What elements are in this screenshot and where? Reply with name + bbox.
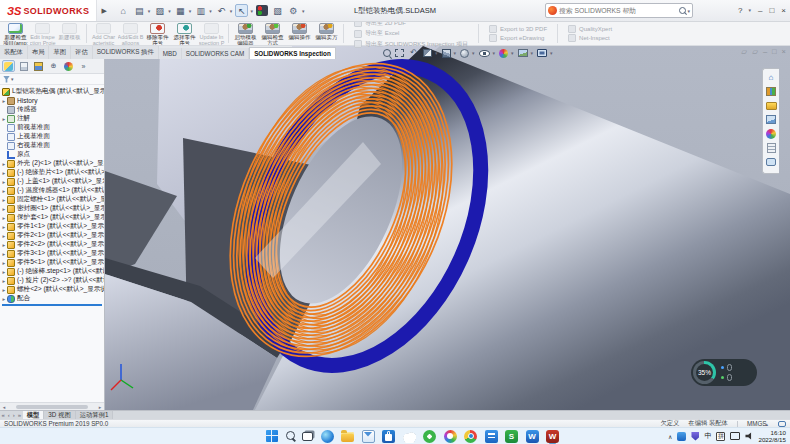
ribbon-button[interactable]: Add/Edit Balloons [117, 22, 144, 45]
propertymanager-icon[interactable] [17, 60, 30, 72]
zoom-area-icon[interactable] [395, 49, 404, 57]
tree-item[interactable]: ▸ 外壳 (2)<1> (默认<<默认>_显示状 [0, 159, 104, 168]
tab-3d-views[interactable]: 3D 视图 [44, 411, 75, 419]
previous-view-icon[interactable]: ↶ [408, 48, 419, 58]
tree-item[interactable]: ▸ (-) 上盖<1> (默认<<默认>_显示状 [0, 177, 104, 186]
filter-funnel-icon[interactable] [3, 76, 10, 83]
tray-blue-app-icon[interactable] [677, 432, 686, 441]
home-icon[interactable]: ⌂ [117, 4, 130, 17]
tree-item[interactable]: ▸ 注解 [0, 114, 104, 123]
tree-item[interactable]: ▸ 配合 [0, 294, 104, 303]
design-library-icon[interactable] [765, 86, 777, 97]
caret-icon[interactable]: ▾ [454, 50, 457, 56]
caret-icon[interactable]: ▾ [511, 50, 514, 56]
help-button[interactable]: ? [738, 6, 742, 15]
panel-overflow-icon[interactable]: » [77, 60, 90, 72]
ribbon-button[interactable]: 选择零件序号 [171, 22, 198, 45]
tree-root-item[interactable]: L型铠装热电偶 (默认<默认_显示状态-1 [0, 87, 104, 96]
save-icon[interactable]: ▦ [174, 4, 187, 17]
caret-icon[interactable]: ▾ [435, 50, 438, 56]
caret-icon[interactable]: ▾ [472, 50, 475, 56]
tree-item[interactable]: ▸ (-) 绝缘棒.step<1> (默认<<默认> [0, 267, 104, 276]
open-document-icon[interactable]: ▨ [153, 4, 166, 17]
export-item[interactable]: 导出至 Excel [354, 29, 468, 38]
display-style-icon[interactable] [460, 49, 469, 58]
tree-horizontal-scrollbar[interactable]: ◂ ▸ [0, 402, 104, 410]
configurationmanager-icon[interactable] [32, 60, 45, 72]
ribbon-button[interactable]: Update Inspection Project [198, 22, 225, 45]
ribbon-button[interactable]: 新建模板 [56, 22, 83, 45]
chrome-icon[interactable] [464, 430, 477, 443]
login-user-icon[interactable] [723, 5, 731, 15]
tab-model[interactable]: 模型 [23, 411, 45, 419]
tab-solidworks-cam[interactable]: SOLIDWORKS CAM [182, 48, 249, 59]
tree-item[interactable]: ▸ (-) 旋片 (2)<2> ->? (默认<<默认 [0, 276, 104, 285]
tree-item[interactable]: ▸ (-) 温度传感器<1> (默认<<默认>_ [0, 186, 104, 195]
tree-item[interactable]: 前视基准面 [0, 123, 104, 132]
tray-expand-icon[interactable]: ∧ [668, 433, 672, 440]
ribbon-button[interactable]: 编辑操作 [286, 22, 313, 45]
view-orientation-icon[interactable] [442, 49, 451, 58]
ime-mode-indicator[interactable]: 拼 [716, 432, 725, 441]
tree-item[interactable]: ▸ 零件2<2> (默认<<默认>_显示状态 [0, 240, 104, 249]
scrollbar-thumb[interactable] [16, 405, 88, 410]
tree-item[interactable]: 传感器 [0, 105, 104, 114]
tab-solidworks-inspection[interactable]: SOLIDWORKS Inspection [249, 47, 336, 59]
tree-filter-row[interactable]: ▾ [0, 74, 104, 85]
options-gear-icon[interactable]: ⚙ [287, 4, 300, 17]
appearances-scenes-icon[interactable] [765, 128, 777, 139]
tree-item[interactable]: ▸ 密封圈<1> (默认<<默认>_显示状态 [0, 204, 104, 213]
tree-item[interactable]: ▸ 保护套<1> (默认<<默认>_显示状态 [0, 213, 104, 222]
doc-minimize-icon[interactable]: – [763, 48, 767, 56]
hide-show-items-icon[interactable] [479, 50, 490, 57]
ribbon-button[interactable]: 新建检查项目(amp;N) [2, 22, 29, 45]
view-settings-icon[interactable] [537, 49, 547, 57]
menu-flyout-arrow-icon[interactable]: ▶ [101, 7, 106, 15]
view-palette-icon[interactable] [765, 114, 777, 125]
ribbon-button[interactable]: 编辑卖方 [313, 22, 340, 45]
task-view-icon[interactable] [302, 432, 313, 441]
tray-shield-icon[interactable] [691, 432, 699, 441]
caret-icon[interactable]: ▾ [493, 50, 496, 56]
tree-item[interactable]: ▸ History [0, 96, 104, 105]
search-box[interactable]: ▾ [545, 3, 693, 18]
tree-item[interactable]: ▸ 固定螺栓<1> (默认<<默认>_显示状 [0, 195, 104, 204]
new-document-icon[interactable]: ▤ [133, 4, 146, 17]
tree-item[interactable]: 原点 [0, 150, 104, 159]
mail-icon[interactable] [362, 430, 375, 443]
green-app-icon[interactable] [423, 430, 436, 443]
tree-item[interactable]: ▸ 零件2<1> (默认<<默认>_显示状态 [0, 231, 104, 240]
search-input[interactable] [559, 7, 677, 14]
tab-sketch[interactable]: 草图 [49, 46, 71, 59]
file-explorer-taskbar-icon[interactable] [341, 432, 354, 442]
tab-layout[interactable]: 布局 [28, 46, 50, 59]
solidworks-resources-icon[interactable]: ⌂ [765, 72, 777, 83]
graphics-viewport[interactable] [105, 46, 790, 410]
ribbon-button[interactable]: Edit Inspection Project [29, 22, 56, 45]
tree-item[interactable]: ▸ 零件5<1> (默认<<默认>_显示状态 [0, 258, 104, 267]
doc-view2-icon[interactable]: ▱ [752, 48, 758, 56]
scroll-right-icon[interactable]: ▸ [96, 403, 104, 410]
minimize-button[interactable]: – [758, 6, 762, 15]
ribbon-button[interactable]: 启动模板编辑器 [232, 22, 259, 45]
search-caret-icon[interactable]: ▾ [687, 8, 690, 14]
featuremanager-tree-icon[interactable] [2, 60, 15, 72]
search-icon[interactable] [679, 7, 686, 14]
export-item[interactable]: Export eDrawing [489, 34, 547, 42]
ime-language-indicator[interactable]: 中 [704, 431, 711, 441]
status-units[interactable]: MMGS [747, 420, 767, 427]
clock[interactable]: 16:10 2022/8/15 [758, 429, 786, 443]
rollback-bar[interactable] [2, 304, 102, 306]
tree-item[interactable]: ▸ 零件3<1> (默认<<默认>_显示状态 [0, 249, 104, 258]
tree-item[interactable]: 右视基准面 [0, 141, 104, 150]
undo-icon[interactable]: ↶ [215, 4, 228, 17]
tree-item[interactable]: ▸ (-) 绝缘垫片<1> (默认<<默认>_显 [0, 168, 104, 177]
edge-icon[interactable] [321, 430, 334, 443]
rebuild-traffic-light-icon[interactable] [256, 5, 268, 16]
scroll-left-icon[interactable]: ◂ [0, 403, 8, 410]
displaymanager-icon[interactable] [62, 60, 75, 72]
color-wheel-app-icon[interactable] [444, 430, 457, 443]
tab-evaluate[interactable]: 评估 [71, 46, 93, 59]
onedrive-icon[interactable] [403, 430, 416, 443]
doc-close-icon[interactable]: × [782, 48, 786, 56]
